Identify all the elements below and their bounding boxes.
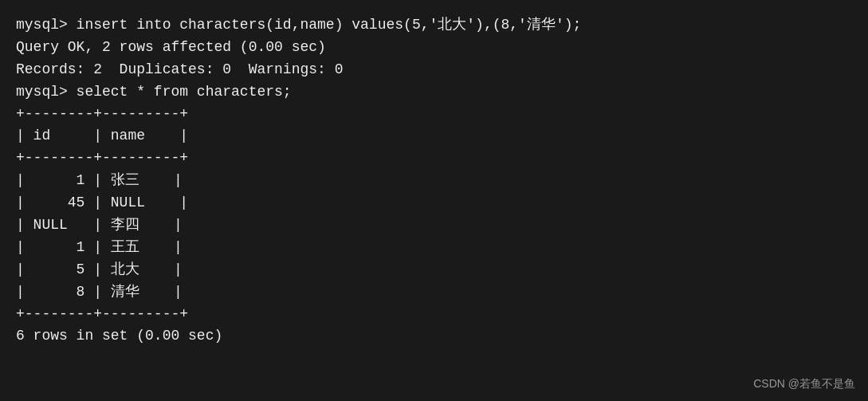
line1: mysql> insert into characters(id,name) v… <box>16 14 852 37</box>
line12: | 1 | 王五 | <box>16 237 852 259</box>
watermark: CSDN @若鱼不是鱼 <box>753 377 855 391</box>
line14: | 8 | 清华 | <box>16 281 852 304</box>
line16: 6 rows in set (0.00 sec) <box>16 325 852 348</box>
line7: | id | name | <box>16 125 852 147</box>
line6: +--------+---------+ <box>16 104 852 126</box>
terminal-window: mysql> insert into characters(id,name) v… <box>0 0 868 401</box>
line5: mysql> select * from characters; <box>16 81 852 104</box>
line2: Query OK, 2 rows affected (0.00 sec) <box>16 37 852 59</box>
line9: | 1 | 张三 | <box>16 170 852 192</box>
line15: +--------+---------+ <box>16 304 852 326</box>
line8: +--------+---------+ <box>16 147 852 170</box>
line3: Records: 2 Duplicates: 0 Warnings: 0 <box>16 59 852 81</box>
line10: | 45 | NULL | <box>16 192 852 214</box>
line11: | NULL | 李四 | <box>16 214 852 237</box>
line13: | 5 | 北大 | <box>16 259 852 281</box>
